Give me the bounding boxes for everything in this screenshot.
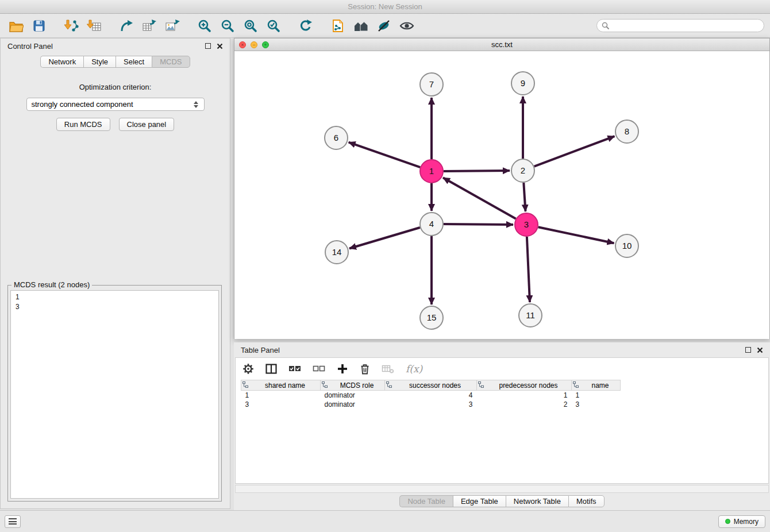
- svg-text:14: 14: [332, 247, 342, 257]
- save-session-button[interactable]: [28, 16, 51, 36]
- graph-node-10[interactable]: 10: [615, 234, 638, 257]
- tab-style[interactable]: Style: [83, 56, 116, 68]
- window-titlebar: Session: New Session: [0, 0, 770, 14]
- maximize-window-icon[interactable]: +: [262, 41, 269, 48]
- show-columns-icon[interactable]: [265, 364, 277, 374]
- table-horizontal-scrollbar[interactable]: [235, 485, 769, 493]
- delete-column-trash-icon[interactable]: [360, 363, 370, 375]
- zoom-out-button[interactable]: [216, 16, 239, 36]
- network-view-window: × − + scc.txt 7968124314101511: [234, 38, 770, 339]
- float-table-panel-icon[interactable]: [745, 347, 751, 353]
- select-all-icon[interactable]: [288, 364, 301, 373]
- network-file-button[interactable]: [326, 16, 349, 36]
- export-table-icon: [142, 19, 157, 33]
- criterion-value: strongly connected component: [32, 100, 194, 109]
- zoom-in-button[interactable]: [193, 16, 216, 36]
- export-network-button[interactable]: [115, 16, 138, 36]
- float-panel-icon[interactable]: [205, 43, 211, 49]
- graph-edge-3-10[interactable]: [538, 227, 614, 243]
- close-panel-icon[interactable]: [217, 43, 223, 49]
- table-settings-gear-icon[interactable]: [242, 363, 254, 375]
- graph-node-3[interactable]: 3: [515, 213, 538, 236]
- graph-edge-3-11[interactable]: [527, 237, 530, 302]
- criterion-dropdown[interactable]: strongly connected component: [26, 98, 205, 111]
- graph-edge-2-8[interactable]: [534, 136, 615, 167]
- mcds-result-line: 1: [16, 292, 214, 302]
- style-button[interactable]: [372, 16, 395, 36]
- zoom-fit-icon: [244, 19, 257, 33]
- graph-edge-1-6[interactable]: [349, 142, 421, 168]
- graph-edge-4-14[interactable]: [349, 228, 420, 249]
- column-header-predecessor-nodes[interactable]: predecessor nodes: [477, 380, 572, 391]
- tab-edge-table[interactable]: Edge Table: [453, 495, 506, 507]
- graph-node-15[interactable]: 15: [420, 306, 443, 329]
- column-header-MCDS-role[interactable]: MCDS role: [321, 380, 385, 391]
- import-network-button[interactable]: [60, 16, 83, 36]
- search-field[interactable]: [596, 19, 764, 32]
- network-graph[interactable]: 7968124314101511: [234, 51, 769, 339]
- tab-select[interactable]: Select: [116, 56, 152, 68]
- close-table-panel-icon[interactable]: [757, 347, 763, 353]
- tab-network-table[interactable]: Network Table: [506, 495, 568, 507]
- graph-node-4[interactable]: 4: [420, 213, 443, 236]
- delete-table-icon-disabled: [382, 364, 394, 374]
- dropdown-arrows-icon: [194, 101, 198, 108]
- deselect-all-icon[interactable]: [313, 364, 325, 373]
- graph-node-11[interactable]: 11: [519, 304, 542, 327]
- zoom-fit-button[interactable]: [239, 16, 262, 36]
- network-canvas[interactable]: 7968124314101511: [234, 51, 769, 339]
- tab-node-table[interactable]: Node Table: [399, 495, 453, 507]
- graph-node-8[interactable]: 8: [615, 120, 638, 143]
- export-table-button[interactable]: [138, 16, 161, 36]
- refresh-layout-button[interactable]: [294, 16, 317, 36]
- export-image-icon: [165, 19, 180, 33]
- sort-column-icon: [242, 381, 248, 390]
- graph-node-6[interactable]: 6: [325, 126, 348, 149]
- show-graphics-button[interactable]: [395, 16, 418, 36]
- graph-node-1[interactable]: 1: [420, 160, 443, 183]
- column-header-shared-name[interactable]: shared name: [241, 380, 321, 391]
- svg-text:4: 4: [429, 219, 434, 229]
- table-panel: Table Panel f(x) shared nameMCDS rolesuc…: [234, 342, 770, 510]
- tab-network[interactable]: Network: [40, 56, 83, 68]
- graph-node-7[interactable]: 7: [420, 73, 443, 96]
- svg-text:1: 1: [429, 166, 434, 176]
- hamburger-icon: [9, 518, 17, 519]
- column-header-name[interactable]: name: [572, 380, 621, 391]
- zoom-selected-button[interactable]: [262, 16, 285, 36]
- save-floppy-icon: [32, 19, 46, 33]
- column-header-successor-nodes[interactable]: successor nodes: [385, 380, 477, 391]
- tab-mcds[interactable]: MCDS: [152, 56, 190, 68]
- app-window: Session: New Session: [0, 0, 770, 532]
- sort-column-icon: [322, 381, 328, 390]
- table-row[interactable]: 1dominator411: [241, 391, 621, 400]
- tab-motifs[interactable]: Motifs: [568, 495, 605, 507]
- graph-edge-4-3[interactable]: [444, 224, 513, 225]
- network-window-titlebar[interactable]: × − + scc.txt: [234, 38, 769, 51]
- close-panel-button[interactable]: Close panel: [119, 118, 175, 131]
- search-input[interactable]: [612, 22, 759, 30]
- graph-edge-2-3[interactable]: [523, 183, 525, 211]
- memory-button[interactable]: Memory: [718, 515, 765, 528]
- table-panel-tabs: Node TableEdge TableNetwork TableMotifs: [234, 495, 770, 507]
- node-table: shared nameMCDS rolesuccessor nodesprede…: [241, 380, 621, 409]
- run-mcds-button[interactable]: Run MCDS: [56, 118, 110, 131]
- panel-menu-button[interactable]: [5, 515, 21, 528]
- graph-edge-1-2[interactable]: [444, 171, 510, 171]
- export-image-button[interactable]: [161, 16, 184, 36]
- svg-text:10: 10: [622, 241, 632, 250]
- import-table-button[interactable]: [83, 16, 106, 36]
- main-toolbar: [0, 14, 770, 38]
- add-column-plus-icon[interactable]: [337, 363, 348, 375]
- close-window-icon[interactable]: ×: [239, 41, 246, 48]
- graph-node-9[interactable]: 9: [511, 72, 534, 95]
- graph-node-2[interactable]: 2: [511, 159, 534, 182]
- table-row[interactable]: 3dominator323: [241, 400, 621, 409]
- open-file-button[interactable]: [5, 16, 28, 36]
- minimize-window-icon[interactable]: −: [251, 41, 257, 48]
- first-neighbors-button[interactable]: [349, 16, 372, 36]
- optimization-criterion-label: Optimization criterion:: [1, 83, 230, 91]
- svg-text:15: 15: [427, 313, 437, 322]
- graph-node-14[interactable]: 14: [325, 241, 348, 264]
- graph-edge-3-1[interactable]: [443, 178, 516, 218]
